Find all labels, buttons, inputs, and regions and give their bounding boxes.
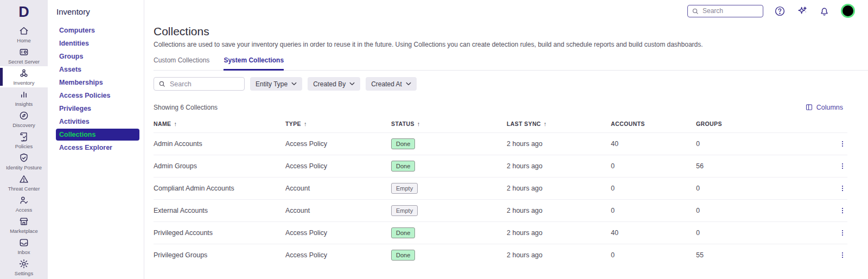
tab-system-collections[interactable]: System Collections (224, 56, 284, 71)
status-badge: Empty (391, 183, 418, 194)
groups-cell: 0 (696, 140, 833, 148)
notifications-button[interactable] (819, 5, 830, 17)
column-header-status[interactable]: STATUS↑ (391, 121, 507, 127)
sidebar-item-home[interactable]: Home (0, 24, 48, 45)
column-header-groups[interactable]: GROUPS (696, 121, 833, 127)
collection-name-cell: Admin Groups (154, 162, 285, 170)
status-badge: Done (391, 161, 415, 172)
avatar[interactable] (841, 4, 855, 18)
collection-name-cell: Privileged Accounts (154, 229, 285, 237)
created-at-filter[interactable]: Created At (366, 77, 417, 91)
table-row[interactable]: Admin Accounts Access Policy Done 2 hour… (154, 132, 847, 155)
sort-asc-icon: ↑ (417, 121, 420, 127)
filter-label: Created At (371, 80, 402, 88)
sidebar-item-label: Insights (15, 101, 33, 107)
sidebar-item-settings[interactable]: Settings (0, 257, 48, 278)
entity-type-filter[interactable]: Entity Type (250, 77, 302, 91)
table-row[interactable]: Privileged Accounts Access Policy Done 2… (154, 221, 847, 244)
sidebar-item-policies[interactable]: Policies (0, 130, 48, 151)
sparkles-icon (796, 5, 808, 17)
tabs: Custom Collections System Collections (154, 56, 868, 71)
table-search-input[interactable] (169, 80, 240, 88)
kebab-icon (839, 229, 846, 237)
bell-icon (819, 5, 830, 17)
brand-logo[interactable]: D (0, 0, 48, 24)
sidebar-item-inventory[interactable]: Inventory (0, 66, 48, 87)
sort-asc-icon: ↑ (304, 121, 307, 127)
kebab-icon (839, 185, 846, 192)
column-header-accounts[interactable]: ACCOUNTS (611, 121, 696, 127)
insights-icon (18, 89, 29, 100)
subnav-item-assets[interactable]: Assets (56, 64, 139, 75)
identity-posture-icon (18, 153, 29, 163)
row-actions-button[interactable] (838, 206, 847, 215)
chevron-down-icon (349, 82, 355, 86)
sidebar-item-label: Secret Server (8, 59, 40, 65)
marketplace-icon (18, 216, 29, 227)
inventory-panel-title: Inventory (48, 5, 144, 23)
sidebar-item-label: Inbox (17, 249, 30, 255)
threat-center-icon (18, 174, 29, 185)
filter-bar: Entity Type Created By Created At (154, 77, 868, 91)
topbar (144, 0, 868, 22)
table-search[interactable] (154, 77, 245, 91)
subnav-item-identities[interactable]: Identities (56, 37, 139, 49)
sidebar-item-discovery[interactable]: Discovery (0, 109, 48, 130)
global-search[interactable] (687, 5, 763, 17)
collection-name-cell: External Accounts (154, 207, 285, 214)
subnav-item-access-explorer[interactable]: Access Explorer (56, 142, 139, 154)
sidebar-item-label: Marketplace (10, 228, 38, 234)
subnav-item-access-policies[interactable]: Access Policies (56, 90, 139, 102)
row-actions-button[interactable] (838, 250, 847, 260)
collections-table: NAME↑ TYPE↑ STATUS↑ LAST SYNC↑ ACCOUNTS … (154, 118, 868, 266)
accounts-cell: 0 (611, 162, 696, 170)
column-header-type[interactable]: TYPE↑ (285, 121, 391, 127)
column-header-name[interactable]: NAME↑ (154, 121, 285, 127)
sidebar-item-insights[interactable]: Insights (0, 87, 48, 109)
global-search-input[interactable] (701, 7, 759, 15)
subnav-item-collections[interactable]: Collections (56, 129, 139, 141)
row-actions-button[interactable] (838, 228, 847, 238)
subnav-item-privileges[interactable]: Privileges (56, 103, 139, 115)
status-badge: Done (391, 227, 415, 238)
column-header-last-sync[interactable]: LAST SYNC↑ (507, 121, 611, 127)
sidebar-item-label: Access (16, 207, 33, 213)
row-actions-button[interactable] (838, 139, 847, 149)
table-row[interactable]: External Accounts Account Empty 2 hours … (154, 199, 847, 221)
sidebar-item-identity-posture[interactable]: Identity Posture (0, 151, 48, 172)
subnav-item-groups[interactable]: Groups (56, 50, 139, 62)
columns-button[interactable]: Columns (802, 103, 846, 112)
table-row[interactable]: Admin Groups Access Policy Done 2 hours … (154, 155, 847, 177)
groups-cell: 0 (696, 207, 833, 214)
sidebar-item-access[interactable]: Access (0, 193, 48, 214)
subnav-item-activities[interactable]: Activities (56, 116, 139, 128)
accounts-cell: 0 (611, 185, 696, 192)
row-actions-button[interactable] (838, 183, 847, 193)
results-summary: Showing 6 Collections (154, 104, 218, 111)
last-sync-cell: 2 hours ago (507, 207, 611, 214)
sidebar-item-secret-server[interactable]: Secret Server (0, 45, 48, 66)
last-sync-cell: 2 hours ago (507, 162, 611, 170)
sidebar-item-threat-center[interactable]: Threat Center (0, 172, 48, 193)
secret-server-icon (18, 47, 29, 58)
row-actions-button[interactable] (838, 161, 847, 171)
sort-asc-icon: ↑ (544, 121, 547, 127)
help-button[interactable] (774, 5, 786, 17)
sidebar-item-inbox[interactable]: Inbox (0, 236, 48, 257)
chevron-down-icon (291, 82, 297, 86)
sidebar-item-label: Identity Posture (6, 164, 42, 170)
table-row[interactable]: Privileged Groups Access Policy Done 2 h… (154, 244, 847, 266)
groups-cell: 55 (696, 251, 833, 259)
accounts-cell: 40 (611, 140, 696, 148)
subnav-item-memberships[interactable]: Memberships (56, 77, 139, 88)
accounts-cell: 40 (611, 229, 696, 237)
sidebar-item-marketplace[interactable]: Marketplace (0, 214, 48, 236)
ai-assistant-button[interactable] (796, 5, 808, 17)
type-cell: Access Policy (285, 251, 391, 259)
tab-custom-collections[interactable]: Custom Collections (154, 56, 209, 70)
created-by-filter[interactable]: Created By (308, 77, 360, 91)
collection-name-cell: Compliant Admin Accounts (154, 185, 285, 192)
table-row[interactable]: Compliant Admin Accounts Account Empty 2… (154, 177, 847, 199)
subnav-item-computers[interactable]: Computers (56, 24, 139, 36)
accounts-cell: 0 (611, 251, 696, 259)
